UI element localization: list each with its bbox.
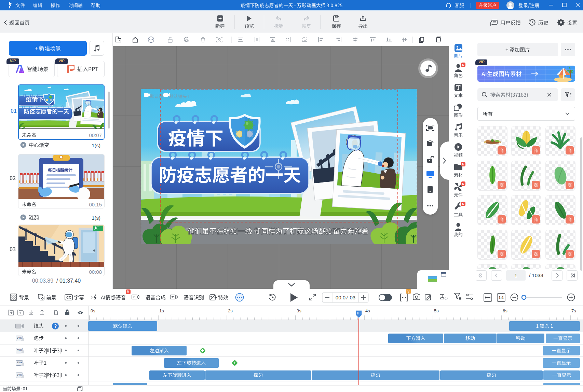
svg-text:N: N: [462, 182, 464, 186]
svg-text:V: V: [407, 290, 409, 293]
svg-text:1:1: 1:1: [499, 296, 504, 300]
svg-text:N: N: [462, 202, 464, 206]
svg-text:N: N: [462, 163, 464, 166]
svg-text:N: N: [462, 63, 464, 67]
